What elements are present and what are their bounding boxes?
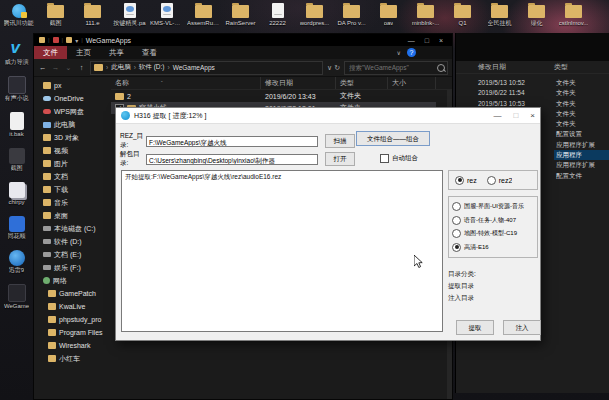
help-icon[interactable]: ?	[407, 48, 416, 57]
desktop-icon[interactable]: it.bak	[0, 112, 33, 138]
type-cell[interactable]: 文件夹	[554, 109, 609, 119]
close-icon[interactable]: ×	[530, 111, 535, 120]
radio-rez2[interactable]: rez2	[487, 176, 513, 185]
desktop-icon[interactable]: Q1	[446, 2, 479, 27]
minimize-icon[interactable]: —	[493, 111, 501, 120]
up-icon[interactable]: ↑	[77, 63, 86, 72]
desktop-icon[interactable]: cstlnlmov...	[557, 2, 590, 27]
search-input[interactable]	[347, 63, 435, 72]
maximize-icon[interactable]: □	[425, 37, 429, 44]
file-merge-button[interactable]: 文件组合——组合	[356, 131, 430, 146]
nav-item[interactable]: 网络	[34, 274, 111, 287]
search-icon[interactable]	[437, 64, 445, 72]
nav-item[interactable]: phpstudy_pro	[34, 313, 111, 326]
quick-access-new-folder-icon[interactable]	[66, 37, 72, 43]
desktop-icon[interactable]: chirpy	[0, 182, 33, 206]
nav-item[interactable]: WPS网盘	[34, 105, 111, 118]
open-button[interactable]: 打开	[325, 152, 355, 166]
nav-item[interactable]: 桌面	[34, 209, 111, 222]
category-radio[interactable]: 语音-任务-人物-407	[452, 216, 534, 225]
nav-item[interactable]: 娱乐 (F:)	[34, 261, 111, 274]
column-name[interactable]: 名称 ˆ	[111, 77, 261, 89]
nav-item[interactable]: 下载	[34, 183, 111, 196]
nav-item[interactable]: px	[34, 79, 111, 92]
category-radio[interactable]: 地图-特效-模型-C19	[452, 229, 534, 238]
desktop-icon[interactable]: wordpres...	[298, 2, 331, 27]
type-cell[interactable]: 配置文件	[554, 171, 609, 181]
table-row[interactable]: 2 2019/6/20 13:43 文件夹	[111, 90, 452, 102]
nav-item[interactable]: 文档 (E:)	[34, 248, 111, 261]
category-radio[interactable]: 高清-E16	[452, 243, 534, 252]
maximize-icon[interactable]: □	[513, 111, 518, 120]
column-type[interactable]: 类型	[532, 62, 568, 72]
nav-item[interactable]: 视频	[34, 144, 111, 157]
desktop-icon[interactable]: minblnk-...	[409, 2, 442, 27]
extraction-log[interactable]: 开始提取:F:\WeGameApps\穿越火线\rez\audioE16.rez	[121, 170, 443, 332]
type-cell[interactable]: 文件夹	[554, 119, 609, 129]
type-cell[interactable]: 应用程序	[554, 150, 609, 160]
history-dropdown-icon[interactable]: ⌄	[64, 63, 73, 72]
breadcrumb-wegameapps[interactable]: WeGameApps	[173, 64, 215, 71]
dialog-titlebar[interactable]: H316 提取 [ 进度:12% ] — □ ×	[116, 108, 540, 124]
inject-button[interactable]: 注入	[503, 320, 541, 335]
nav-item[interactable]: Program Files	[34, 326, 111, 339]
refresh-icon[interactable]: ↻	[334, 64, 340, 72]
nav-item[interactable]: GamePatch	[34, 287, 111, 300]
tab-view[interactable]: 查看	[133, 46, 166, 59]
desktop-icon[interactable]: 迅雷9	[0, 250, 33, 274]
tab-share[interactable]: 共享	[100, 46, 133, 59]
nav-item[interactable]: KwaLive	[34, 300, 111, 313]
nav-item[interactable]: OneDrive	[34, 92, 111, 105]
desktop-icon[interactable]: 同花顺	[0, 216, 33, 240]
desktop-icon[interactable]: 按键精灵.pa	[113, 2, 146, 27]
quick-access-folder-icon[interactable]	[39, 37, 45, 43]
column-size[interactable]: 大小	[388, 77, 436, 89]
breadcrumb[interactable]: › 此电脑 › 软件 (D:) › WeGameApps	[90, 61, 323, 75]
minimize-icon[interactable]: —	[408, 37, 415, 44]
desktop-icon[interactable]: 截图	[0, 148, 33, 172]
back-icon[interactable]: ←	[38, 63, 47, 72]
nav-item[interactable]: 文档	[34, 170, 111, 183]
type-cell[interactable]: 文件夹	[554, 78, 609, 88]
tab-file[interactable]: 文件	[34, 46, 67, 59]
type-cell[interactable]: 应用程序扩展	[554, 140, 609, 150]
desktop-icon[interactable]: 绿化	[520, 2, 553, 27]
quick-access-pinned-icon[interactable]	[53, 37, 59, 43]
desktop-icon[interactable]: AssemRun...	[187, 2, 220, 27]
auto-merge-option[interactable]: 自动组合	[380, 154, 418, 163]
desktop-icon[interactable]: 威力导演	[0, 42, 33, 66]
desktop-icon[interactable]: 全民挂机	[483, 2, 516, 27]
desktop-icon[interactable]: DA Pro v...	[335, 2, 368, 27]
breadcrumb-drive-d[interactable]: 软件 (D:)	[139, 63, 165, 72]
forward-icon[interactable]: →	[51, 63, 60, 72]
unpack-dir-input[interactable]: C:\Users\zhangbing\Desktop\yinxiao\制作器	[146, 154, 318, 165]
desktop-icon[interactable]: 腾讯川功能	[2, 2, 35, 27]
radio-rez[interactable]: rez	[455, 176, 477, 185]
desktop-icon[interactable]: 截图	[39, 2, 72, 27]
quick-access-dropdown-icon[interactable]: ▾	[75, 37, 78, 44]
column-date[interactable]: 修改日期	[261, 77, 336, 89]
type-cell[interactable]: 应用程序扩展	[554, 160, 609, 170]
close-icon[interactable]: ×	[439, 37, 443, 44]
desktop-icon[interactable]: 22222	[261, 2, 294, 27]
tab-home[interactable]: 主页	[67, 46, 100, 59]
scan-button[interactable]: 扫描	[325, 134, 355, 148]
nav-item[interactable]: 小红车	[34, 352, 111, 365]
desktop-icon[interactable]: KMS-VL-ALL	[150, 2, 183, 27]
column-type[interactable]: 类型	[336, 77, 388, 89]
nav-item[interactable]: 此电脑	[34, 118, 111, 131]
type-cell[interactable]: 配置设置	[554, 129, 609, 139]
nav-item[interactable]: 软件 (D:)	[34, 235, 111, 248]
type-cell[interactable]: 文件夹	[554, 88, 609, 98]
desktop-icon[interactable]: 111.e	[76, 2, 109, 27]
address-dropdown-icon[interactable]: ∨	[327, 64, 332, 72]
explorer-titlebar[interactable]: | | ▾ | WeGameApps — □ ×	[34, 34, 452, 46]
nav-item[interactable]: 图片	[34, 157, 111, 170]
checkbox-unchecked-icon[interactable]	[380, 154, 389, 163]
nav-item[interactable]: 音乐	[34, 196, 111, 209]
ribbon-collapse-icon[interactable]: ∨	[397, 49, 401, 56]
type-cell[interactable]: 文件夹	[554, 99, 609, 109]
nav-item[interactable]: 本地磁盘 (C:)	[34, 222, 111, 235]
nav-item[interactable]: Wireshark	[34, 339, 111, 352]
nav-item[interactable]: 3D 对象	[34, 131, 111, 144]
